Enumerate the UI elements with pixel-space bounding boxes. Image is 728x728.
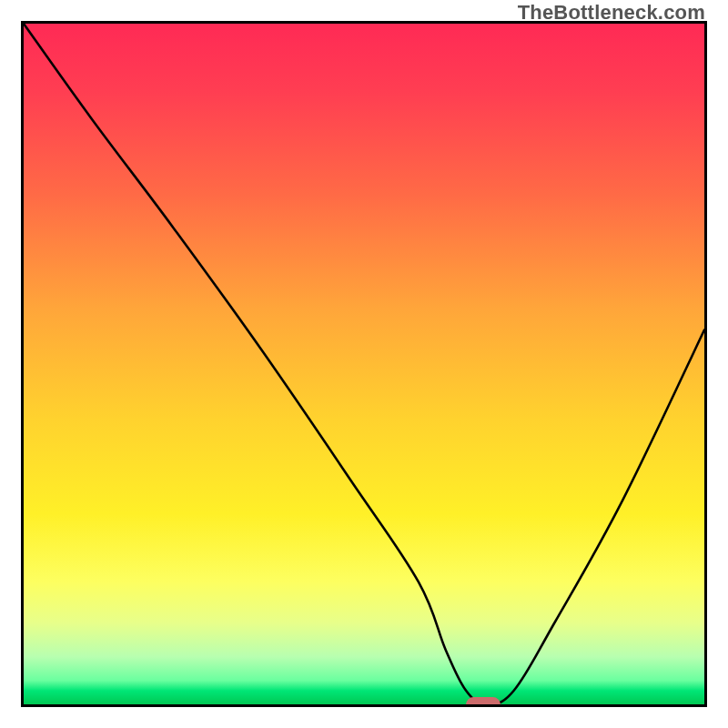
plot-area: [21, 21, 707, 707]
optimum-marker: [466, 697, 500, 707]
bottleneck-curve: [24, 24, 704, 704]
chart-frame: TheBottleneck.com: [0, 0, 728, 728]
